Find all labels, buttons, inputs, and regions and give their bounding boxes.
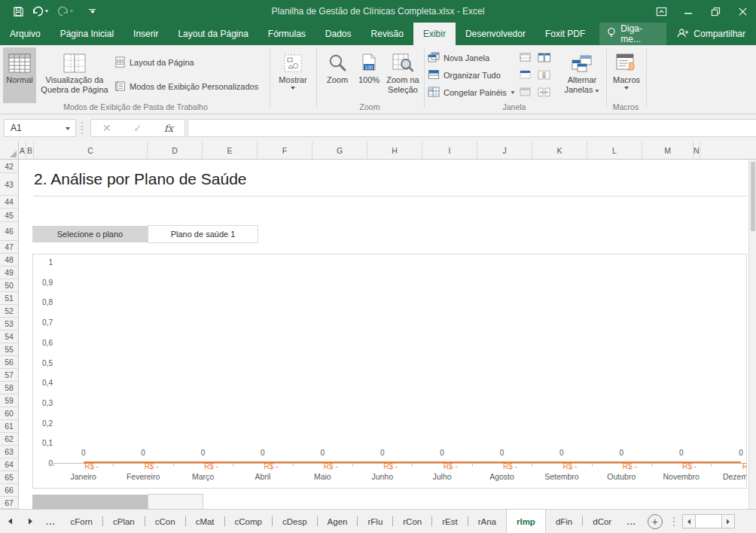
zoom-to-selection-button[interactable]: Zoom na Seleção — [385, 47, 421, 103]
vertical-scrollbar-thumb[interactable] — [751, 162, 755, 231]
sheet-tab-rcon[interactable]: rCon — [393, 510, 431, 533]
switch-windows-button[interactable]: Alternar Janelas — [560, 47, 604, 103]
reset-window-position-button[interactable] — [538, 84, 553, 101]
normal-view-button[interactable]: Normal — [3, 47, 36, 103]
prev-sheet-icon[interactable] — [0, 510, 20, 533]
name-box-dropdown-icon[interactable] — [66, 127, 70, 130]
cancel-icon[interactable]: ✕ — [102, 122, 111, 134]
row-header-48[interactable]: 48 — [0, 254, 18, 266]
new-sheet-icon[interactable]: + — [648, 514, 663, 529]
row-header-47[interactable]: 47 — [0, 241, 18, 254]
ribbon-display-options-icon[interactable] — [648, 0, 675, 23]
column-header-i[interactable]: I — [422, 142, 477, 159]
row-header-60[interactable]: 60 — [0, 407, 18, 420]
column-header-b[interactable]: B — [26, 142, 34, 159]
row-header-53[interactable]: 53 — [0, 318, 18, 330]
horizontal-scrollbar[interactable] — [682, 514, 735, 528]
row-header-63[interactable]: 63 — [0, 446, 18, 458]
row-header-42[interactable]: 42 — [0, 160, 18, 173]
freeze-panes-button[interactable]: Congelar Painéis — [428, 84, 515, 101]
redo-icon[interactable] — [54, 5, 76, 18]
sheet-tab-rana[interactable]: rAna — [468, 510, 506, 533]
ribbon-tab-dados[interactable]: Dados — [316, 23, 361, 45]
ribbon-tab-desenvolvedor[interactable]: Desenvolvedor — [456, 23, 535, 45]
restore-icon[interactable] — [702, 0, 729, 23]
zoom-button[interactable]: Zoom — [322, 47, 353, 103]
row-header-62[interactable]: 62 — [0, 433, 18, 446]
horizontal-scrollbar-thumb[interactable] — [696, 514, 721, 528]
column-header-g[interactable]: G — [312, 142, 367, 159]
worksheet-content[interactable]: 2. Análise por Plano de Saúde Selecione … — [19, 160, 748, 509]
zoom-100-button[interactable]: 100 100% — [355, 47, 383, 103]
sheet-tab-ccon[interactable]: cCon — [145, 510, 185, 533]
hide-button[interactable] — [520, 67, 533, 84]
row-header-57[interactable]: 57 — [0, 369, 18, 382]
row-header-56[interactable]: 56 — [0, 356, 18, 369]
synchronous-scrolling-button[interactable] — [538, 67, 553, 84]
ribbon-tab-foxit-pdf[interactable]: Foxit PDF — [535, 23, 595, 45]
row-header-61[interactable]: 61 — [0, 420, 18, 433]
split-button[interactable] — [520, 50, 533, 66]
select-all-corner[interactable] — [0, 142, 19, 159]
row-header-50[interactable]: 50 — [0, 279, 18, 292]
slicer-item-button[interactable]: Plano de saúde 1 — [148, 225, 258, 243]
custom-views-button[interactable]: Modos de Exibição Personalizados — [114, 78, 258, 95]
row-header-54[interactable]: 54 — [0, 330, 18, 343]
unhide-button[interactable] — [520, 84, 533, 101]
new-window-button[interactable]: Nova Janela — [428, 50, 489, 66]
sheet-tab-rimp[interactable]: rImp — [506, 510, 546, 533]
next-sheet-icon[interactable] — [20, 510, 41, 533]
undo-dropdown-icon[interactable] — [45, 10, 49, 12]
redo-dropdown-icon[interactable] — [70, 10, 74, 12]
sheet-tab-cmat[interactable]: cMat — [186, 510, 224, 533]
undo-icon[interactable] — [29, 5, 51, 18]
column-header-j[interactable]: J — [477, 142, 532, 159]
vertical-scrollbar[interactable] — [748, 160, 756, 509]
sheet-tab-cplan[interactable]: cPlan — [103, 510, 145, 533]
minimize-icon[interactable] — [675, 0, 702, 23]
close-icon[interactable] — [729, 0, 756, 23]
formula-input[interactable] — [187, 119, 756, 137]
row-header-64[interactable]: 64 — [0, 458, 18, 471]
ribbon-tab-exibir[interactable]: Exibir — [413, 23, 456, 45]
sheet-overflow-left[interactable]: ... — [41, 510, 61, 533]
column-header-h[interactable]: H — [367, 142, 422, 159]
customize-quick-access-icon[interactable] — [87, 8, 98, 16]
show-button[interactable]: Mostrar — [273, 47, 313, 103]
column-header-k[interactable]: K — [532, 142, 587, 159]
view-side-by-side-button[interactable] — [538, 50, 553, 66]
row-header-45[interactable]: 45 — [0, 209, 18, 222]
ribbon-tab-layout-da-p-gina[interactable]: Layout da Página — [168, 23, 258, 45]
ribbon-tab-f-rmulas[interactable]: Fórmulas — [258, 23, 316, 45]
row-header-44[interactable]: 44 — [0, 196, 18, 209]
row-header-66[interactable]: 66 — [0, 484, 18, 497]
row-header-65[interactable]: 65 — [0, 471, 18, 484]
tell-me-box[interactable]: Diga-me... — [599, 23, 666, 45]
row-header-55[interactable]: 55 — [0, 343, 18, 356]
sheet-tab-cforn[interactable]: cForn — [61, 510, 102, 533]
column-header-d[interactable]: D — [148, 142, 203, 159]
column-header-n[interactable]: N — [694, 142, 700, 159]
row-header-59[interactable]: 59 — [0, 394, 18, 407]
ribbon-tab-revis-o[interactable]: Revisão — [361, 23, 413, 45]
sheet-tab-rflu[interactable]: rFlu — [358, 510, 392, 533]
name-box[interactable]: A1 — [4, 119, 76, 137]
column-header-a[interactable]: A — [19, 142, 26, 159]
sheet-tab-cdesp[interactable]: cDesp — [273, 510, 317, 533]
hscroll-left-icon[interactable] — [682, 514, 696, 528]
column-header-f[interactable]: F — [258, 142, 312, 159]
row-header-46[interactable]: 46 — [0, 222, 18, 241]
row-header-52[interactable]: 52 — [0, 305, 18, 318]
sheet-tab-agen[interactable]: Agen — [318, 510, 358, 533]
save-icon[interactable] — [11, 5, 26, 19]
sheet-tab-dcor[interactable]: dCor — [583, 510, 621, 533]
row-header-51[interactable]: 51 — [0, 292, 18, 305]
share-button[interactable]: Compartilhar — [666, 23, 756, 45]
chart[interactable]: 10,90,80,70,60,50,40,30,20,10 0R$ -Janei… — [32, 254, 747, 489]
sheet-tab-dfin[interactable]: dFin — [546, 510, 582, 533]
ribbon-tab-p-gina-inicial[interactable]: Página Inicial — [50, 23, 123, 45]
page-break-preview-button[interactable]: Visualização da Quebra de Página — [36, 47, 113, 103]
ribbon-tab-inserir[interactable]: Inserir — [123, 23, 168, 45]
insert-function-icon[interactable]: fx — [164, 123, 173, 134]
formula-bar-handle[interactable] — [81, 122, 84, 134]
